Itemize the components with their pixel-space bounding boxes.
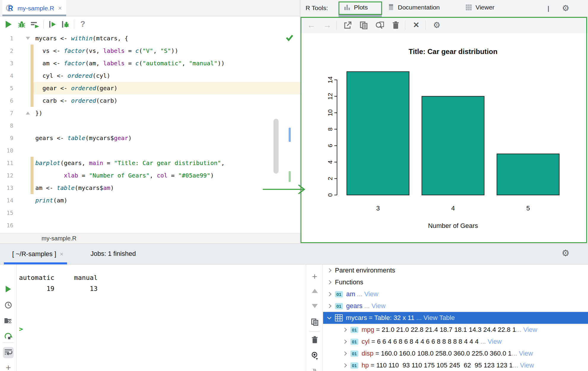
rerun-icon[interactable] <box>0 332 17 341</box>
variables-row-functions[interactable]: Functions <box>323 276 588 288</box>
chevron-collapsed-icon[interactable] <box>343 340 347 344</box>
inspection-ok-check-icon[interactable] <box>285 33 294 43</box>
run-icon[interactable] <box>4 20 13 29</box>
variables-row-hp[interactable]: 01hp = 110 110 93 110 175 105 245 62 95 … <box>323 359 588 371</box>
editor-scrollbar[interactable] <box>274 119 279 174</box>
chevron-expanded-icon[interactable] <box>327 315 331 319</box>
variables-row-disp[interactable]: 01disp = 160.0 160.0 108.0 258.0 360.0 2… <box>323 348 588 359</box>
code-line: 13am <- table(mycars$am) <box>0 182 300 194</box>
variable-value: = 6 6 4 6 8 6 8 4 4 6 6 8 8 8 8 8 4 4 4 <box>370 338 481 345</box>
run-icon[interactable] <box>0 286 17 292</box>
breadcrumb-file[interactable]: my-sample.R <box>42 235 77 242</box>
variable-value: = 160.0 160.0 108.0 258.0 360.0 225.0 36… <box>374 350 511 357</box>
stripe-mark-info[interactable] <box>289 128 291 142</box>
view-link[interactable]: View <box>488 338 502 345</box>
tab-plots[interactable]: Plots <box>344 0 368 15</box>
console-tab[interactable]: [ ~/R-samples ] × <box>4 244 67 264</box>
variables-row-gears[interactable]: 01gears ... View <box>323 300 588 312</box>
tab-documentation[interactable]: Documentation <box>388 0 440 15</box>
code-line: 16 <box>0 219 300 232</box>
code-line: 7}) <box>0 107 300 119</box>
svg-text:10: 10 <box>327 109 333 116</box>
numeric-type-icon: 01 <box>350 351 358 357</box>
chevron-collapsed-icon[interactable] <box>343 363 347 367</box>
chevron-collapsed-icon[interactable] <box>327 268 331 272</box>
debug-to-cursor-icon[interactable] <box>61 20 70 29</box>
watch-eye-icon[interactable] <box>306 351 323 360</box>
run-to-cursor-icon[interactable] <box>48 20 57 29</box>
numeric-type-icon: 01 <box>335 291 343 297</box>
code-line: 5 gear <- ordered(gear) <box>0 82 300 94</box>
chevron-down-icon[interactable] <box>548 6 549 11</box>
stripe-mark-ok[interactable] <box>289 171 291 182</box>
variables-row-parent-environments[interactable]: Parent environments <box>323 264 588 276</box>
view-link[interactable]: View <box>523 326 537 334</box>
console-output[interactable]: automatic manual 19 13 > <box>17 264 306 371</box>
toolbar-separator <box>405 21 405 30</box>
up-icon[interactable] <box>306 289 323 293</box>
code-line: 2 vs <- factor(vs, labels = c("V", "S")) <box>0 45 300 57</box>
debug-icon[interactable] <box>17 20 26 29</box>
tab-jobs[interactable]: Jobs: 1 finished <box>90 250 136 258</box>
fold-marker-icon[interactable] <box>26 112 30 115</box>
view-link[interactable]: View Table <box>423 314 455 322</box>
zoom-preview-icon[interactable] <box>375 20 385 30</box>
chevron-collapsed-icon[interactable] <box>327 292 331 296</box>
chevron-collapsed-icon[interactable] <box>343 328 347 332</box>
variables-row-mycars[interactable]: mycars = Table: 32 x 11 ... View Table <box>323 312 588 324</box>
toolbar-separator <box>425 21 426 30</box>
editor-tab-my-sample[interactable]: R my-sample.R × <box>2 0 66 16</box>
fold-marker-icon[interactable] <box>26 37 30 40</box>
svg-text:Title: Car gear distribution: Title: Car gear distribution <box>409 47 498 56</box>
tab-viewer[interactable]: Viewer <box>465 0 495 15</box>
variable-name: Functions <box>335 278 363 286</box>
editor-pane: R my-sample.R × ? 1mycars <- <box>0 0 300 243</box>
gear-icon[interactable]: ⚙ <box>432 20 442 30</box>
breadcrumb[interactable]: my-sample.R <box>0 233 300 243</box>
gear-icon[interactable]: ⚙ <box>562 249 570 257</box>
export-icon[interactable] <box>343 20 353 30</box>
variables-row-mpg[interactable]: 01mpg = 21.0 21.0 22.8 21.4 18.7 18.1 14… <box>323 324 588 336</box>
copy-icon[interactable] <box>306 318 323 326</box>
gear-icon[interactable]: ⚙ <box>562 4 569 12</box>
trash-icon[interactable] <box>306 336 323 344</box>
view-link[interactable]: View <box>520 362 534 369</box>
code-editor[interactable]: 1mycars <- within(mtcars, {2 vs <- facto… <box>0 32 300 233</box>
view-link[interactable]: View <box>364 290 378 298</box>
help-icon[interactable]: ? <box>78 20 87 29</box>
history-clock-icon[interactable] <box>0 301 17 309</box>
truncation-ellipsis: ... <box>416 314 423 322</box>
variable-name: am <box>346 290 355 298</box>
chevron-collapsed-icon[interactable] <box>327 304 331 308</box>
copy-icon[interactable] <box>359 20 369 30</box>
editor-toolbar: ? <box>0 16 300 32</box>
trash-icon[interactable] <box>391 20 401 30</box>
close-icon[interactable]: × <box>60 250 63 258</box>
run-selection-icon[interactable] <box>30 20 39 29</box>
back-icon[interactable]: ← <box>306 20 316 30</box>
editor-tab-bar: R my-sample.R × <box>0 0 300 16</box>
forward-icon[interactable]: → <box>322 20 332 30</box>
view-link[interactable]: View <box>519 350 533 357</box>
variables-row-am[interactable]: 01am ... View <box>323 288 588 300</box>
working-directory-icon[interactable] <box>0 317 17 324</box>
plots-toolbar: ← → ✕ ⚙ <box>300 17 588 33</box>
svg-text:14: 14 <box>327 76 333 83</box>
soft-wrap-icon[interactable] <box>0 347 17 358</box>
chevron-collapsed-icon[interactable] <box>343 351 347 356</box>
add-icon[interactable]: + <box>0 364 17 371</box>
svg-text:0: 0 <box>327 193 333 197</box>
variables-row-cyl[interactable]: 01cyl = 6 6 4 6 8 6 8 4 4 6 6 8 8 8 8 8 … <box>323 336 588 348</box>
svg-text:3: 3 <box>376 204 380 212</box>
numeric-type-icon: 01 <box>350 362 358 369</box>
close-icon[interactable]: × <box>58 4 62 12</box>
close-icon[interactable]: ✕ <box>411 20 421 30</box>
numeric-type-icon: 01 <box>335 303 343 309</box>
truncation-ellipsis: ... <box>512 350 519 357</box>
chevron-collapsed-icon[interactable] <box>327 280 331 284</box>
variable-name: Parent environments <box>335 267 395 274</box>
add-icon[interactable]: + <box>306 273 323 280</box>
more-chevrons-icon[interactable]: » <box>306 366 323 371</box>
down-icon[interactable] <box>306 304 323 308</box>
view-link[interactable]: View <box>371 302 385 310</box>
